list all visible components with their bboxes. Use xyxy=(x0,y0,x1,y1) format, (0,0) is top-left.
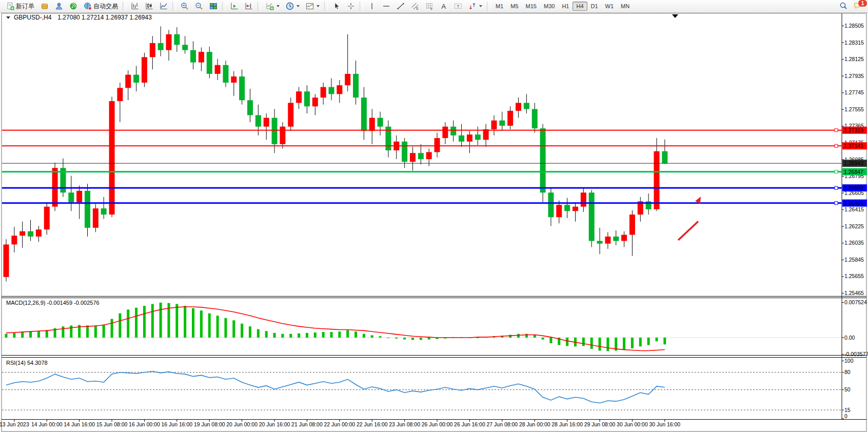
time-tick-label: 21 Jun 08:00 xyxy=(291,421,323,427)
market-icon xyxy=(41,2,49,10)
time-tick-label: 14 Jun 16:00 xyxy=(64,421,95,427)
candle xyxy=(4,239,9,281)
signals-button[interactable] xyxy=(67,1,80,11)
line-handle[interactable] xyxy=(835,202,838,205)
equidistant-channel-button[interactable]: E xyxy=(408,1,422,11)
macd-bar xyxy=(13,333,15,338)
indicators-button[interactable] xyxy=(263,1,282,11)
timeframe-d1[interactable]: D1 xyxy=(587,2,602,11)
line-handle[interactable] xyxy=(835,129,838,132)
timeframe-h4[interactable]: H4 xyxy=(573,2,587,11)
auto-trading-button-label: 自动交易 xyxy=(93,2,118,11)
line-chart-button[interactable] xyxy=(157,1,170,11)
macd-bar xyxy=(143,306,146,338)
fibonacci-button[interactable]: F xyxy=(423,1,436,11)
time-tick-label: 15 Jun 08:00 xyxy=(96,421,128,427)
macd-bar xyxy=(298,333,300,338)
price-tick-label: 1.25465 xyxy=(844,290,864,296)
time-tick-label: 20 Jun 00:00 xyxy=(226,421,258,427)
timeframe-mn[interactable]: MN xyxy=(617,2,633,11)
svg-text:1.26491: 1.26491 xyxy=(844,200,863,206)
text-label-button[interactable]: T xyxy=(451,1,465,11)
macd-bar xyxy=(29,331,32,338)
macd-label: MACD(12,26,9) -0.001459 -0.002576 xyxy=(6,300,100,306)
chart-area[interactable]: 1.285051.283151.281251.279351.277451.275… xyxy=(0,0,868,432)
chevron-down-icon xyxy=(297,5,300,7)
svg-text:1.27141: 1.27141 xyxy=(844,143,863,149)
price-label-badge: 1.27319 xyxy=(842,127,867,134)
svg-text:1.27319: 1.27319 xyxy=(844,127,863,133)
community-button[interactable] xyxy=(52,1,66,11)
macd-bar xyxy=(379,336,382,338)
auto-scroll-button[interactable] xyxy=(228,1,241,11)
zoom-out-button[interactable] xyxy=(192,1,206,11)
macd-bar xyxy=(420,338,422,340)
macd-bar xyxy=(590,338,593,349)
price-tick-label: 1.27555 xyxy=(844,106,864,112)
chart-shift-button[interactable] xyxy=(242,1,255,11)
timeframe-m15[interactable]: M15 xyxy=(522,2,540,11)
timeframe-h1[interactable]: H1 xyxy=(558,2,573,11)
toolbar-right: 1 xyxy=(836,1,865,11)
new-order-button-label: 新订单 xyxy=(16,2,34,11)
candle xyxy=(142,53,147,87)
macd-bar xyxy=(663,338,666,344)
chevron-down-icon xyxy=(277,5,280,7)
arrows-button[interactable] xyxy=(466,1,485,11)
macd-bar xyxy=(371,335,373,338)
zoom-in-button[interactable] xyxy=(178,1,191,11)
macd-bar xyxy=(151,304,154,338)
chat-button[interactable]: 1 xyxy=(851,1,864,11)
macd-bar xyxy=(566,338,568,346)
candle xyxy=(589,190,595,247)
candlestick-button[interactable] xyxy=(143,1,156,11)
macd-bar xyxy=(647,338,650,345)
market-button[interactable] xyxy=(38,1,51,11)
line-handle[interactable] xyxy=(835,170,838,173)
chart-title: GBPUSD-,H41.27080 1.27214 1.26937 1.2694… xyxy=(14,14,152,21)
timeframe-m5[interactable]: M5 xyxy=(507,2,522,11)
auto-scroll-icon xyxy=(230,2,239,10)
crosshair-button[interactable] xyxy=(344,1,358,11)
trendline-button[interactable] xyxy=(394,1,407,11)
price-tick-label: 1.26415 xyxy=(844,206,864,212)
rsi-tick-label: 80 xyxy=(844,369,851,375)
indicators-icon xyxy=(266,2,274,10)
timeframe-m1[interactable]: M1 xyxy=(492,2,507,11)
time-tick-label: 26 Jun 16:00 xyxy=(454,421,485,427)
time-tick-label: 22 Jun 00:00 xyxy=(324,421,355,427)
periods-button[interactable] xyxy=(283,1,302,11)
auto-trading-button[interactable]: 自动交易 xyxy=(81,1,121,12)
tile-windows-button[interactable] xyxy=(207,1,220,11)
templates-button[interactable] xyxy=(303,1,322,11)
macd-bar xyxy=(623,338,625,350)
macd-bar xyxy=(387,338,389,338)
price-tick-label: 1.28505 xyxy=(844,23,864,29)
svg-text:1.26663: 1.26663 xyxy=(844,185,863,191)
text-label-icon: T xyxy=(454,2,462,10)
mt4-window: { "window": { "title_symbol": "GBPUSD-,H… xyxy=(0,0,868,432)
horizontal-line-button[interactable] xyxy=(380,1,393,11)
macd-bar xyxy=(631,338,634,348)
new-order-button[interactable]: 新订单 xyxy=(4,1,37,12)
search-button[interactable] xyxy=(837,1,850,11)
macd-bar xyxy=(46,330,48,338)
bar-chart-button[interactable] xyxy=(128,1,142,11)
timeframe-m30[interactable]: M30 xyxy=(540,2,558,11)
timeframe-w1[interactable]: W1 xyxy=(602,2,618,11)
macd-bar xyxy=(192,308,194,338)
vertical-line-button[interactable] xyxy=(365,1,379,11)
cursor-button[interactable] xyxy=(330,1,343,11)
time-tick-label: 29 Jun 08:00 xyxy=(584,421,616,427)
line-handle[interactable] xyxy=(835,144,838,147)
price-tick-label: 1.25845 xyxy=(844,257,864,263)
toolbar-separator xyxy=(324,2,328,11)
line-handle[interactable] xyxy=(835,186,838,189)
macd-tick-label: -0.003577 xyxy=(844,351,868,357)
zoom-in-icon xyxy=(181,2,189,10)
macd-tick-label: 0.00 xyxy=(844,335,855,341)
toolbar: 新订单自动交易EFAT M1M5M15M30H1H4D1W1MN 1 xyxy=(0,0,868,13)
candlestick-icon xyxy=(145,2,153,10)
text-button[interactable]: A xyxy=(437,1,450,11)
macd-bar xyxy=(428,338,430,340)
